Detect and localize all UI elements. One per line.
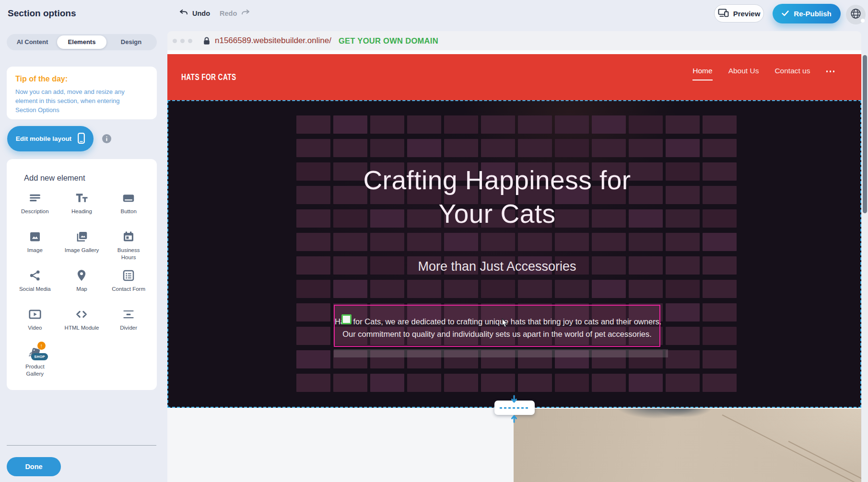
- add-element-image[interactable]: Image: [12, 229, 59, 261]
- background-tile: [296, 139, 330, 157]
- background-tile: [296, 186, 330, 204]
- tip-title: Tip of the day:: [15, 75, 148, 83]
- background-tile: [296, 115, 330, 134]
- add-element-business-hours[interactable]: Business Hours: [105, 229, 152, 261]
- background-tile: [333, 233, 367, 251]
- background-tile: [444, 374, 478, 392]
- redo-button[interactable]: Redo: [220, 9, 250, 17]
- panel-title: Section options: [8, 8, 76, 19]
- hero-section-selected[interactable]: Crafting Happiness for Your Cats More th…: [167, 100, 861, 408]
- background-tile: [407, 280, 441, 298]
- paragraph-line: Hats for Cats, we are dedicated to craft…: [335, 315, 659, 328]
- undo-button[interactable]: Undo: [179, 9, 210, 17]
- background-tile: [333, 280, 367, 298]
- undo-icon: [179, 9, 188, 17]
- background-tile: [629, 139, 663, 157]
- nav-home[interactable]: Home: [692, 67, 712, 80]
- element-label: Video: [28, 324, 42, 332]
- add-element-button[interactable]: Button: [105, 190, 152, 222]
- hero-subheading[interactable]: More than Just Accessories: [334, 259, 660, 274]
- site-url[interactable]: n1566589.websitebuilder.online/: [215, 36, 331, 46]
- background-tile: [407, 115, 441, 134]
- background-tile: [296, 233, 330, 251]
- add-element-divider[interactable]: Divider: [105, 307, 152, 339]
- background-tile: [666, 186, 700, 204]
- background-tile: [481, 374, 515, 392]
- background-tile: [370, 139, 404, 157]
- background-tile: [370, 115, 404, 134]
- preview-scrollbar[interactable]: [862, 54, 868, 482]
- background-tile: [666, 280, 700, 298]
- add-element-contact-form[interactable]: Contact Form: [105, 268, 152, 300]
- tip-body: Now you can add, move and resize any ele…: [15, 88, 140, 115]
- background-tile: [296, 350, 330, 368]
- selected-text-element[interactable]: Hats for Cats, we are dedicated to craft…: [334, 305, 660, 347]
- html-module-icon: [74, 307, 89, 322]
- language-globe-button[interactable]: [846, 5, 866, 24]
- add-element-map[interactable]: Map: [59, 268, 106, 300]
- background-tile: [703, 162, 737, 181]
- element-label: Product Gallery: [18, 363, 52, 378]
- element-label: Image: [27, 247, 43, 254]
- background-tile: [629, 233, 663, 251]
- background-tile: [333, 139, 367, 157]
- nav-about-us[interactable]: About Us: [728, 67, 759, 75]
- sidebar-divider: [7, 445, 156, 446]
- background-tile: [703, 233, 737, 251]
- tab-design[interactable]: Design: [106, 35, 156, 49]
- tip-of-the-day-card: Tip of the day: Now you can add, move an…: [7, 67, 157, 119]
- add-element-panel: Add new element Description Heading Butt…: [7, 159, 157, 390]
- background-tile: [518, 139, 552, 157]
- element-label: Button: [121, 208, 137, 215]
- background-tile: [481, 139, 515, 157]
- panel-tab-bar: AI Content Elements Design: [7, 34, 157, 50]
- republish-button[interactable]: Re-Publish: [773, 4, 841, 23]
- redo-label: Redo: [220, 10, 237, 17]
- element-label: Image Gallery: [65, 247, 99, 254]
- paving-seam: [722, 414, 861, 482]
- tab-ai-content[interactable]: AI Content: [8, 35, 57, 49]
- element-label: HTML Module: [65, 324, 99, 332]
- done-button[interactable]: Done: [7, 457, 61, 476]
- edit-mobile-layout-button[interactable]: Edit mobile layout: [7, 126, 94, 151]
- button-icon: [121, 190, 136, 206]
- add-element-title: Add new element: [24, 173, 152, 183]
- site-logo[interactable]: HATS FOR CATS: [181, 72, 236, 82]
- nav-contact-us[interactable]: Contact us: [774, 67, 810, 75]
- element-drag-handle[interactable]: [341, 314, 352, 324]
- add-element-product-gallery[interactable]: ↑SHOP Product Gallery: [12, 345, 59, 378]
- add-element-image-gallery[interactable]: Image Gallery: [59, 229, 106, 261]
- business-hours-icon: [121, 229, 136, 244]
- browser-traffic-dots: [173, 39, 192, 43]
- element-label: Contact Form: [112, 286, 145, 293]
- background-tile: [703, 280, 737, 298]
- preview-button[interactable]: Preview: [714, 4, 764, 23]
- page-top-strip: [167, 50, 861, 54]
- background-tile: [296, 209, 330, 228]
- info-icon[interactable]: [102, 134, 111, 143]
- get-domain-link[interactable]: GET YOUR OWN DOMAIN: [339, 36, 438, 46]
- add-element-heading[interactable]: Heading: [59, 190, 106, 222]
- add-element-description[interactable]: Description: [12, 190, 59, 222]
- background-tile: [629, 280, 663, 298]
- resize-arrow-down-icon: [510, 395, 518, 408]
- scrollbar-thumb[interactable]: [863, 55, 867, 213]
- nav-more-icon[interactable]: [826, 70, 835, 72]
- background-tile: [592, 233, 626, 251]
- section-options-panel: Section options AI Content Elements Desi…: [0, 0, 167, 482]
- browser-dot: [188, 39, 192, 43]
- hero-heading[interactable]: Crafting Happiness for Your Cats: [334, 163, 660, 230]
- background-tile: [296, 374, 330, 392]
- add-element-social-media[interactable]: Social Media: [12, 268, 59, 300]
- background-tile: [333, 374, 367, 392]
- edit-mobile-row: Edit mobile layout: [7, 126, 111, 151]
- background-tile: [666, 327, 700, 345]
- resize-arrow-up-icon: [510, 412, 518, 425]
- background-tile: [296, 162, 330, 181]
- redo-icon: [241, 9, 250, 17]
- tab-elements[interactable]: Elements: [57, 35, 106, 49]
- add-element-video[interactable]: Video: [12, 307, 59, 339]
- add-element-html-module[interactable]: HTML Module: [59, 307, 106, 339]
- next-section-blank: [167, 409, 514, 482]
- site-nav: Home About Us Contact us: [692, 67, 834, 80]
